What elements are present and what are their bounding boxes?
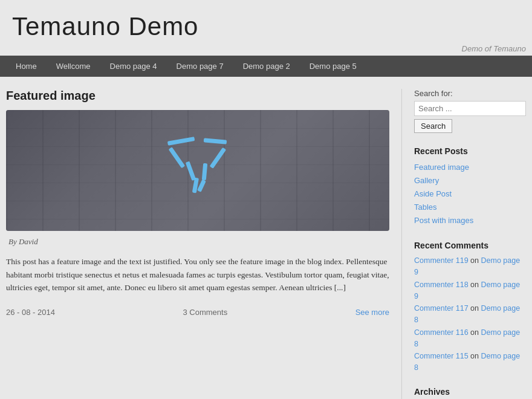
post-title: Featured image xyxy=(6,89,389,103)
comment-2: Commenter 117 on Demo page 8 xyxy=(414,303,526,326)
comment-on-4: on xyxy=(470,352,479,360)
archives-title: Archives xyxy=(414,387,526,397)
spinner-svg xyxy=(149,128,246,213)
commenter-1[interactable]: Commenter 118 xyxy=(414,281,469,289)
nav-item-demo7[interactable]: Demo page 7 xyxy=(167,56,233,77)
sidebar: Search for: Search Recent Posts Featured… xyxy=(414,89,526,399)
archives-section: Archives August 2014 xyxy=(414,387,526,399)
nav-link-demo4[interactable]: Demo page 4 xyxy=(100,56,167,77)
commenter-0[interactable]: Commenter 119 xyxy=(414,256,469,265)
site-tagline: Demo of Temauno xyxy=(0,44,532,56)
main-content: Featured image xyxy=(6,89,389,399)
post-comments: 3 Comments xyxy=(183,308,227,317)
post-date: 26 - 08 - 2014 xyxy=(6,308,55,317)
svg-rect-4 xyxy=(186,161,196,181)
commenter-3[interactable]: Commenter 116 xyxy=(414,328,469,337)
recent-posts-section: Recent Posts Featured image Gallery Asid… xyxy=(414,146,526,227)
recent-post-1[interactable]: Gallery xyxy=(414,174,526,187)
recent-posts-title: Recent Posts xyxy=(414,146,526,156)
comment-0: Commenter 119 on Demo page 9 xyxy=(414,255,526,278)
comment-4: Commenter 115 on Demo page 8 xyxy=(414,351,526,374)
featured-image xyxy=(6,110,389,231)
svg-rect-7 xyxy=(197,180,206,192)
content-area: Featured image xyxy=(0,77,532,399)
main-nav: Home Wellcome Demo page 4 Demo page 7 De… xyxy=(0,56,532,77)
nav-link-demo2[interactable]: Demo page 2 xyxy=(233,56,300,77)
recent-post-4[interactable]: Post with images xyxy=(414,214,526,227)
recent-post-0[interactable]: Featured image xyxy=(414,161,526,174)
nav-item-demo4[interactable]: Demo page 4 xyxy=(100,56,167,77)
svg-rect-3 xyxy=(210,148,227,169)
post-meta: 26 - 08 - 2014 3 Comments See more xyxy=(6,305,389,317)
nav-list: Home Wellcome Demo page 4 Demo page 7 De… xyxy=(0,56,532,77)
post-byline: By David xyxy=(6,237,389,247)
nav-item-demo2[interactable]: Demo page 2 xyxy=(233,56,300,77)
nav-item-home[interactable]: Home xyxy=(6,56,47,77)
site-header: Temauno Demo xyxy=(0,0,532,44)
comment-on-2: on xyxy=(470,304,479,313)
comment-3: Commenter 116 on Demo page 8 xyxy=(414,327,526,350)
comment-on-3: on xyxy=(470,328,479,337)
svg-rect-5 xyxy=(202,163,207,181)
nav-item-wellcome[interactable]: Wellcome xyxy=(47,56,100,77)
recent-comments-section: Recent Comments Commenter 119 on Demo pa… xyxy=(414,241,526,374)
search-label: Search for: xyxy=(414,89,526,98)
commenter-4[interactable]: Commenter 115 xyxy=(414,352,469,360)
image-overlay xyxy=(6,110,389,231)
recent-post-2[interactable]: Aside Post xyxy=(414,187,526,201)
svg-rect-0 xyxy=(167,137,195,146)
see-more-link[interactable]: See more xyxy=(355,308,389,317)
comment-on-1: on xyxy=(470,281,479,289)
comment-1: Commenter 118 on Demo page 9 xyxy=(414,279,526,302)
content-divider xyxy=(401,89,402,399)
comment-on-0: on xyxy=(470,256,479,265)
search-input[interactable] xyxy=(414,101,526,116)
search-button[interactable]: Search xyxy=(414,119,452,133)
svg-rect-1 xyxy=(204,138,227,144)
svg-rect-2 xyxy=(169,147,186,168)
nav-item-demo5[interactable]: Demo page 5 xyxy=(300,56,366,77)
recent-comments-title: Recent Comments xyxy=(414,241,526,250)
nav-link-demo5[interactable]: Demo page 5 xyxy=(300,56,366,77)
commenter-2[interactable]: Commenter 117 xyxy=(414,304,469,313)
recent-post-3[interactable]: Tables xyxy=(414,201,526,214)
search-section: Search for: Search xyxy=(414,89,526,133)
nav-link-home[interactable]: Home xyxy=(6,56,47,77)
post-article: Featured image xyxy=(6,89,389,317)
post-excerpt: This post has a feature image and the te… xyxy=(6,255,389,294)
nav-link-wellcome[interactable]: Wellcome xyxy=(47,56,100,77)
site-title[interactable]: Temauno Demo xyxy=(12,12,520,41)
nav-link-demo7[interactable]: Demo page 7 xyxy=(167,56,233,77)
